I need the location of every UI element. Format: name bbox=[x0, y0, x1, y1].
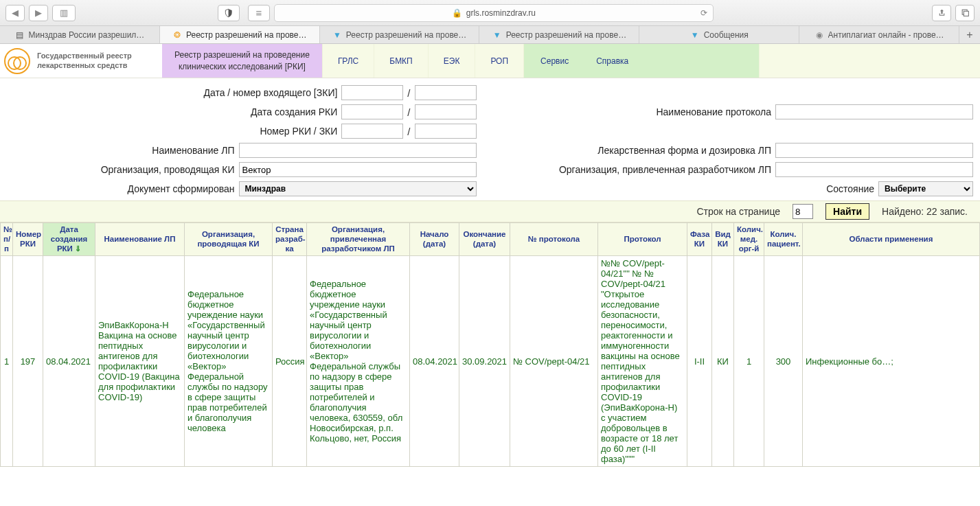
rki-number-input[interactable] bbox=[341, 124, 403, 139]
cell-end: 30.09.2021 bbox=[459, 256, 510, 467]
zki-number-input[interactable] bbox=[415, 124, 477, 139]
protocol-name-input[interactable] bbox=[775, 104, 973, 119]
col-date-created[interactable]: Дата создания РКИ ⇓ bbox=[43, 223, 95, 256]
per-page-input[interactable] bbox=[793, 204, 813, 219]
col-area[interactable]: Области применения bbox=[803, 223, 980, 256]
label-created: Дата создания РКИ bbox=[251, 106, 337, 117]
browser-toolbar: ◀ ▶ ▥ ≡ 🔒 grls.rosminzdrav.ru ⟳ bbox=[0, 0, 980, 26]
share-button[interactable] bbox=[932, 5, 951, 21]
col-orgs[interactable]: Колич. мед. орг-й bbox=[734, 223, 764, 256]
site-logo[interactable]: Государственный реестр лекарственных сре… bbox=[0, 44, 162, 78]
search-form: Дата / номер входящего [ЗКИ]/ Дата созда… bbox=[0, 78, 980, 200]
col-country[interactable]: Страна разраб-ка bbox=[273, 223, 307, 256]
find-button[interactable]: Найти bbox=[825, 203, 869, 220]
org-dev-input[interactable] bbox=[775, 162, 973, 177]
created-to-input[interactable] bbox=[415, 104, 477, 119]
browser-tab[interactable]: ▼Реестр разрешений на прове… bbox=[320, 26, 480, 43]
nav-item-rop[interactable]: РОП bbox=[475, 44, 524, 78]
results-table-wrap[interactable]: № п/п Номер РКИ Дата создания РКИ ⇓ Наим… bbox=[0, 222, 980, 506]
label-rki-zki: Номер РКИ / ЗКИ bbox=[260, 126, 337, 137]
cell-kind: КИ bbox=[712, 256, 734, 467]
sun-icon: ❂ bbox=[172, 30, 182, 40]
address-bar[interactable]: 🔒 grls.rosminzdrav.ru ⟳ bbox=[274, 4, 714, 22]
cell-rki-no: 197 bbox=[13, 256, 43, 467]
nav-item-rki[interactable]: Реестр разрешений на проведение клиничес… bbox=[162, 44, 323, 78]
col-phase[interactable]: Фаза КИ bbox=[687, 223, 712, 256]
label-org-dev: Организация, привлеченная разработчиком … bbox=[559, 164, 771, 175]
cell-proto-no: № COV/pept-04/21 bbox=[510, 256, 598, 467]
per-page-label: Строк на странице bbox=[696, 206, 780, 217]
site-title-line: Государственный реестр bbox=[37, 51, 132, 61]
cell-area: Инфекционные бо…; bbox=[803, 256, 980, 467]
cell-patients: 300 bbox=[764, 256, 803, 467]
tabs-icon bbox=[961, 8, 970, 17]
col-start[interactable]: Начало (дата) bbox=[410, 223, 459, 256]
cell-date: 08.04.2021 bbox=[43, 256, 95, 467]
logo-icon bbox=[4, 48, 30, 74]
svg-rect-1 bbox=[964, 11, 968, 16]
browser-tab[interactable]: ❂Реестр разрешений на прове… bbox=[160, 26, 320, 43]
main-nav: Реестр разрешений на проведение клиничес… bbox=[162, 44, 760, 78]
result-bar: Строк на странице Найти Найдено: 22 запи… bbox=[0, 200, 980, 222]
cell-proto: №№ COV/pept-04/21"" № № COV/pept-04/21 "… bbox=[598, 256, 687, 467]
nav-item-service[interactable]: Сервис bbox=[540, 56, 569, 66]
nav-item-bmkp[interactable]: БМКП bbox=[374, 44, 429, 78]
browser-tab[interactable]: ▼Реестр разрешений на прове… bbox=[479, 26, 639, 43]
col-n[interactable]: № п/п bbox=[1, 223, 13, 256]
cell-org-dev: Федеральное бюджетное учреждение науки «… bbox=[307, 256, 410, 467]
browser-tab[interactable]: ◉Антиплагиат онлайн - прове… bbox=[799, 26, 959, 43]
cell-start: 08.04.2021 bbox=[410, 256, 459, 467]
new-tab-button[interactable]: + bbox=[959, 26, 980, 43]
site-title-line: лекарственных средств bbox=[37, 61, 132, 71]
found-label: Найдено: 22 запис. bbox=[882, 206, 968, 217]
nav-item-grls[interactable]: ГРЛС bbox=[323, 44, 374, 78]
sidebar-toggle-button[interactable]: ▥ bbox=[52, 5, 76, 21]
doc-formed-select[interactable]: Минздрав bbox=[239, 181, 477, 196]
tabs-button[interactable] bbox=[955, 5, 975, 21]
nav-back-button[interactable]: ◀ bbox=[5, 5, 25, 21]
shield-icon: ▼ bbox=[690, 30, 700, 40]
cell-org-ki: Федеральное бюджетное учреждение науки «… bbox=[185, 256, 273, 467]
shield-icon: ▼ bbox=[332, 30, 342, 40]
col-rki-no[interactable]: Номер РКИ bbox=[13, 223, 43, 256]
reload-icon[interactable]: ⟳ bbox=[700, 8, 707, 18]
col-patients[interactable]: Колич. пациент. bbox=[764, 223, 803, 256]
doc-icon: ▤ bbox=[14, 30, 24, 40]
org-ki-input[interactable] bbox=[239, 162, 477, 177]
incoming-date-input[interactable] bbox=[341, 85, 403, 100]
incoming-number-input[interactable] bbox=[415, 85, 477, 100]
cell-country: Россия bbox=[273, 256, 307, 467]
created-from-input[interactable] bbox=[341, 104, 403, 119]
browser-tabstrip: ▤Минздрав России разрешил… ❂Реестр разре… bbox=[0, 26, 980, 44]
lock-icon: 🔒 bbox=[452, 8, 462, 18]
lp-name-input[interactable] bbox=[239, 143, 477, 158]
browser-tab[interactable]: ▤Минздрав России разрешил… bbox=[0, 26, 160, 43]
label-org-ki: Организация, проводящая КИ bbox=[101, 164, 235, 175]
browser-tab[interactable]: ▼Сообщения bbox=[639, 26, 799, 43]
label-protocol-name: Наименование протокола bbox=[656, 106, 771, 117]
label-state: Состояние bbox=[826, 183, 874, 194]
nav-forward-button[interactable]: ▶ bbox=[29, 5, 48, 21]
shield-half-icon bbox=[224, 8, 233, 18]
address-bar-host: grls.rosminzdrav.ru bbox=[466, 8, 536, 18]
privacy-shield-button[interactable] bbox=[218, 5, 240, 21]
nav-item-eek[interactable]: ЕЭК bbox=[429, 44, 476, 78]
nav-item-help-area: Сервис Справка bbox=[524, 44, 760, 78]
cell-phase: I-II bbox=[687, 256, 712, 467]
col-kind[interactable]: Вид КИ bbox=[712, 223, 734, 256]
label-lp-name: Наименование ЛП bbox=[152, 145, 234, 156]
reader-mode-button[interactable]: ≡ bbox=[248, 5, 270, 21]
form-dose-input[interactable] bbox=[775, 143, 973, 158]
col-lp-name[interactable]: Наименование ЛП bbox=[95, 223, 185, 256]
state-select[interactable]: Выберите bbox=[878, 181, 973, 196]
col-org-dev[interactable]: Организация, привлеченная разработчиком … bbox=[307, 223, 410, 256]
table-row[interactable]: 1 197 08.04.2021 ЭпиВакКорона-Н Вакцина … bbox=[1, 256, 980, 467]
col-end[interactable]: Окончание (дата) bbox=[459, 223, 510, 256]
col-proto-no[interactable]: № протокола bbox=[510, 223, 598, 256]
col-proto[interactable]: Протокол bbox=[598, 223, 687, 256]
site-header: Государственный реестр лекарственных сре… bbox=[0, 44, 980, 78]
eye-icon: ◉ bbox=[814, 30, 824, 40]
col-org-ki[interactable]: Организация, проводящая КИ bbox=[185, 223, 273, 256]
nav-item-help[interactable]: Справка bbox=[596, 56, 628, 66]
shield-icon: ▼ bbox=[492, 30, 502, 40]
